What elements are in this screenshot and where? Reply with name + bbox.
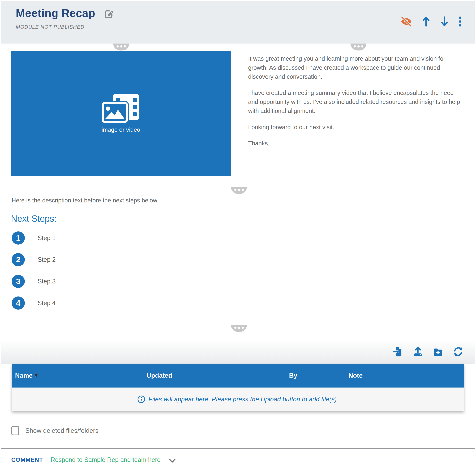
step-item: 3 Step 3 (12, 275, 475, 288)
description-text: Here is the description text before the … (12, 197, 464, 204)
show-deleted-checkbox[interactable] (11, 426, 19, 435)
step-number-badge: 4 (12, 297, 25, 310)
step-label: Step 2 (38, 256, 56, 263)
show-deleted-label: Show deleted files/folders (25, 427, 99, 434)
message-paragraph: I have created a meeting summary video t… (248, 88, 465, 115)
drag-handle-description-block[interactable] (231, 187, 247, 194)
comment-input-placeholder[interactable]: Respond to Sample Rep and team here (51, 456, 161, 464)
add-folder-icon[interactable] (433, 348, 443, 357)
media-placeholder[interactable]: image or video (11, 51, 231, 176)
step-label: Step 4 (38, 299, 56, 307)
media-and-message-row: image or video It was great meeting you … (1, 44, 475, 176)
refresh-icon[interactable] (453, 347, 463, 357)
file-import-icon[interactable] (393, 346, 403, 357)
next-steps-heading: Next Steps: (11, 213, 475, 224)
files-empty-state: Files will appear here. Please press the… (12, 387, 464, 411)
files-table: Name▼ Updated By Note Files will appear … (12, 364, 464, 411)
step-number-badge: 3 (12, 275, 25, 288)
hidden-eye-icon[interactable] (401, 17, 412, 27)
column-header-updated[interactable]: Updated (147, 372, 289, 379)
message-paragraph: Thanks, (248, 139, 465, 148)
comment-label: COMMENT (11, 456, 43, 463)
sort-descending-icon: ▼ (34, 373, 39, 379)
step-number-badge: 1 (12, 231, 25, 245)
page-title: Meeting Recap (16, 7, 95, 20)
step-label: Step 1 (38, 234, 56, 242)
meeting-recap-module: Meeting Recap MODULE NOT PUBLISHED (1, 1, 475, 471)
info-icon (137, 395, 145, 403)
move-down-icon[interactable] (440, 16, 449, 27)
files-empty-message: Files will appear here. Please press the… (148, 396, 339, 403)
step-item: 1 Step 1 (12, 231, 475, 245)
files-table-header: Name▼ Updated By Note (12, 364, 464, 387)
image-or-video-icon (102, 94, 140, 124)
module-status-text: MODULE NOT PUBLISHED (16, 24, 461, 30)
column-header-name[interactable]: Name▼ (15, 372, 147, 379)
recap-message: It was great meeting you and learning mo… (248, 51, 465, 176)
step-label: Step 3 (38, 278, 56, 285)
more-options-icon[interactable] (459, 16, 461, 27)
header-actions (401, 16, 461, 27)
show-deleted-row: Show deleted files/folders (11, 426, 475, 435)
screenshot-viewport: Meeting Recap MODULE NOT PUBLISHED (0, 0, 476, 472)
module-body: image or video It was great meeting you … (1, 44, 475, 448)
media-placeholder-label: image or video (102, 126, 140, 133)
column-header-note[interactable]: Note (348, 372, 464, 379)
upload-icon[interactable] (413, 346, 423, 357)
step-item: 2 Step 2 (12, 253, 475, 266)
message-paragraph: Looking forward to our next visit. (248, 123, 465, 132)
chevron-down-icon[interactable] (169, 458, 176, 463)
edit-title-icon[interactable] (104, 9, 114, 19)
step-item: 4 Step 4 (12, 297, 475, 310)
message-paragraph: It was great meeting you and learning mo… (248, 54, 465, 81)
comment-bar: COMMENT Respond to Sample Rep and team h… (1, 448, 475, 471)
move-up-icon[interactable] (422, 16, 430, 27)
module-header: Meeting Recap MODULE NOT PUBLISHED (1, 1, 475, 44)
step-number-badge: 2 (12, 253, 25, 266)
next-steps-list: 1 Step 1 2 Step 2 3 Step 3 4 Step 4 (12, 231, 475, 310)
column-header-by[interactable]: By (289, 372, 348, 379)
